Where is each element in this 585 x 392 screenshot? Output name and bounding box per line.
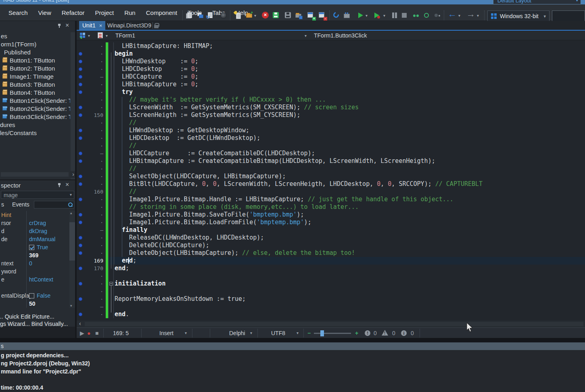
breakpoint-gutter[interactable] [77, 211, 84, 219]
code-line[interactable]: 150 LScreenHeigth := GetSystemMetrics(SM… [77, 111, 585, 119]
code-line[interactable]: · BitBlt(LHDCCapture, 0, 0, LScreenWidth… [77, 180, 585, 188]
structure-item[interactable]: Button2Click(Sender: TObject) [0, 105, 70, 113]
zoom-slider-track[interactable] [314, 333, 351, 334]
menu-project[interactable]: Project [90, 9, 119, 16]
code-text[interactable]: Image1.Picture.Bitmap.SaveToFile('bmptem… [114, 211, 585, 219]
pause-button[interactable] [391, 11, 399, 19]
compiled-line-dot-icon[interactable] [79, 83, 82, 86]
property-search-input[interactable] [34, 201, 74, 209]
property-value[interactable]: dkDrag [29, 228, 47, 234]
property-row[interactable]: Hint [0, 211, 69, 219]
breadcrumb-class[interactable]: TForm1 [115, 32, 135, 39]
trace-into-icon[interactable] [423, 11, 431, 19]
structure-item[interactable]: dures [0, 121, 70, 129]
compiled-line-dot-icon[interactable] [79, 182, 82, 186]
copy-page-icon[interactable] [186, 11, 194, 19]
code-line[interactable]: · // [77, 119, 585, 127]
breakpoint-gutter[interactable] [77, 73, 84, 81]
compiled-line-dot-icon[interactable] [79, 67, 82, 71]
code-line[interactable]: · LHBitmapCapture := 0; [77, 81, 585, 88]
code-text[interactable]: LScreenHeigth := GetSystemMetrics(SM_CYS… [114, 111, 585, 119]
compiled-line-dot-icon[interactable] [79, 175, 82, 178]
tab-events[interactable]: Events [12, 201, 29, 208]
code-text[interactable]: LHWndDesktop := 0; [114, 58, 585, 65]
code-line[interactable]: ·initialization [77, 280, 585, 288]
menu-component[interactable]: Component [141, 9, 183, 16]
structure-item[interactable]: Button2: TButton [0, 65, 70, 73]
code-line[interactable]: 160 // [77, 188, 585, 196]
chevron-down-icon[interactable]: ▾ [297, 331, 299, 335]
sphere-icon[interactable] [219, 11, 228, 19]
breakpoint-gutter[interactable] [77, 226, 84, 234]
structure-horizontal-scrollbar[interactable]: › [0, 171, 75, 178]
menu-run[interactable]: Run [119, 9, 141, 16]
compiled-line-dot-icon[interactable] [79, 221, 82, 224]
code-line[interactable]: ·ReportMemoryLeaksOnShutdown := true; [77, 295, 585, 303]
code-line[interactable]: · try [77, 88, 585, 96]
code-text[interactable]: // [114, 142, 585, 150]
add-unit-to-project-icon[interactable]: + [307, 11, 315, 19]
message-line[interactable]: mmand line for "Project2.dpr" [1, 368, 90, 376]
compiled-line-dot-icon[interactable] [79, 106, 82, 109]
code-line[interactable]: · SelectObject(LHDCCapture, LHBitmapCapt… [77, 173, 585, 180]
sync-page-icon[interactable]: ↻ [207, 11, 215, 19]
run-with-debugging-button[interactable] [373, 11, 381, 19]
scroll-up-icon[interactable]: ▴ [70, 211, 72, 215]
compiled-line-dot-icon[interactable] [79, 136, 82, 140]
pin-icon[interactable] [57, 183, 62, 188]
syntax-selector[interactable]: Delphi [229, 330, 245, 336]
structure-vertical-scrollbar[interactable] [71, 32, 75, 184]
scrollbar-track[interactable] [1, 172, 69, 177]
zoom-out-icon[interactable]: − [307, 330, 311, 336]
compiled-line-dot-icon[interactable] [79, 113, 82, 117]
cascade-windows-icon[interactable] [196, 11, 204, 19]
breakpoint-gutter[interactable] [77, 173, 84, 180]
compiled-line-dot-icon[interactable] [79, 313, 82, 316]
chevron-down-icon[interactable]: ▾ [305, 33, 307, 38]
pin-icon[interactable] [57, 23, 62, 28]
code-text[interactable]: // [114, 188, 585, 196]
close-icon[interactable]: × [65, 181, 69, 188]
breakpoint-gutter[interactable] [77, 180, 84, 188]
breakpoint-gutter[interactable] [77, 242, 84, 249]
insert-mode-indicator[interactable]: Insert [159, 330, 173, 336]
code-line[interactable]: · ReleaseDC(LHWndDesktop, LHDCDesktop); [77, 234, 585, 242]
open-dropdown-chevron-icon[interactable]: ▾ [254, 13, 256, 18]
property-row[interactable]: ehtContext [0, 275, 69, 284]
compiled-line-dot-icon[interactable] [79, 198, 82, 201]
property-value[interactable]: dmManual [29, 236, 55, 242]
code-text[interactable]: ReleaseDC(LHWndDesktop, LHDCDesktop); [114, 234, 585, 242]
code-text[interactable]: Image1.Picture.Bitmap.Handle := LHBitmap… [114, 196, 585, 203]
code-line[interactable]: · LHDCDesktop := 0; [77, 65, 585, 73]
property-row[interactable] [0, 284, 69, 292]
breakpoint-gutter[interactable] [77, 81, 84, 88]
breakpoint-gutter[interactable] [77, 234, 84, 242]
inspector-column-divider[interactable] [26, 211, 27, 308]
structure-item[interactable]: Button1Click(Sender: TObject) [0, 97, 70, 105]
structure-item[interactable]: orm1(TForm) [0, 40, 70, 48]
structure-item[interactable]: Published [0, 48, 70, 56]
code-text[interactable]: DeleteObject(LHBitmapCapture); // else, … [114, 249, 585, 257]
code-text[interactable]: LHDCCapture := CreateCompatibleDC(LHDCDe… [114, 150, 585, 157]
structure-item[interactable]: Image1: TImage [0, 73, 70, 81]
breakpoint-gutter[interactable] [77, 134, 84, 142]
code-text[interactable]: // maybe it's better verify if ( HDCxxxx… [114, 96, 585, 104]
breakpoint-gutter[interactable] [77, 295, 84, 303]
menu-view[interactable]: View [33, 9, 56, 16]
property-row[interactable]: 50 [0, 300, 69, 308]
zoom-slider-thumb[interactable] [320, 330, 324, 336]
save-all-icon[interactable] [284, 11, 292, 19]
code-line[interactable]: – LHDCCapture := CreateCompatibleDC(LHDC… [77, 150, 585, 157]
code-text[interactable]: // [114, 165, 585, 173]
breakpoint-gutter[interactable] [77, 249, 84, 257]
breakpoint-gutter[interactable] [77, 257, 84, 265]
property-row[interactable]: yword [0, 267, 69, 275]
property-value[interactable]: 369 [29, 252, 38, 259]
code-text[interactable]: SelectObject(LHDCCapture, LHBitmapCaptur… [114, 173, 585, 180]
checkbox-unchecked-icon[interactable] [29, 293, 34, 298]
code-line[interactable]: ·end. [77, 311, 585, 318]
close-icon[interactable]: × [99, 23, 102, 29]
code-text[interactable]: // [114, 119, 585, 127]
structure-item[interactable]: Button3: TButton [0, 81, 70, 89]
property-value[interactable]: 0 [29, 260, 32, 267]
